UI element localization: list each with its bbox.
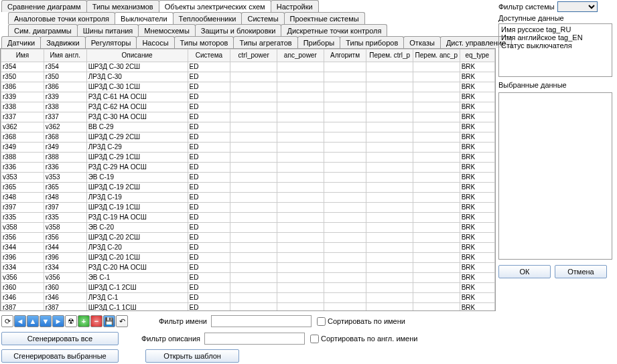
tab-шины-питания[interactable]: Шины питания	[77, 24, 139, 36]
table-row[interactable]: r349r349ЛРЗД С-29EDBRK	[1, 143, 495, 153]
col-header[interactable]: Алгоритм	[324, 50, 366, 62]
col-header[interactable]: Перем. ctrl_p	[366, 50, 413, 62]
table-row[interactable]: r365r365ШРЗД С-19 2СШEDBRK	[1, 183, 495, 193]
table-row[interactable]: r386r386ШРЗД С-30 1СШEDBRK	[1, 82, 495, 92]
up-icon[interactable]: ▲	[27, 315, 39, 327]
system-filter-select[interactable]	[557, 1, 598, 12]
down-icon[interactable]: ▼	[40, 315, 52, 327]
table-row[interactable]: r346r346ЛРЗД С-1EDBRK	[1, 293, 495, 303]
tab-типы-моторов[interactable]: Типы моторов	[174, 36, 234, 48]
radiation-icon[interactable]: ☢	[65, 315, 77, 327]
selected-data-list[interactable]	[498, 92, 612, 260]
col-header[interactable]: Система	[188, 50, 230, 62]
table-row[interactable]: r387r387ШРЗД С-1 1СШEDBRK	[1, 303, 495, 312]
tab-мнемосхемы[interactable]: Мнемосхемы	[138, 24, 196, 36]
col-header[interactable]: Имя англ.	[44, 50, 86, 62]
table-row[interactable]: r335r335РЗД С-19 НА ОСШEDBRK	[1, 213, 495, 223]
filter-desc-label: Фильтр описания	[119, 335, 200, 343]
tab-сравнение-диаграмм[interactable]: Сравнение диаграмм	[1, 0, 87, 12]
selected-data-label: Выбранные данные	[498, 81, 613, 89]
filter-name-input[interactable]	[211, 315, 312, 327]
undo-icon[interactable]: ↶	[116, 315, 128, 327]
filter-desc-input[interactable]	[204, 333, 305, 345]
sort-name-checkbox[interactable]	[317, 317, 326, 326]
sort-en-checkbox[interactable]	[310, 335, 319, 343]
table-row[interactable]: r356r356ШРЗД С-20 2СШEDBRK	[1, 233, 495, 243]
refresh-icon[interactable]: ⟳	[1, 315, 13, 327]
tab-насосы[interactable]: Насосы	[136, 36, 174, 48]
table-row[interactable]: r354r354ШРЗД С-30 2СШEDBRK	[1, 62, 495, 72]
table-row[interactable]: r339r339РЗД С-61 НА ОСШEDBRK	[1, 92, 495, 102]
system-filter-label: Фильтр системы	[498, 3, 555, 11]
ok-button[interactable]: ОК	[498, 265, 551, 278]
tab-отказы[interactable]: Отказы	[403, 36, 441, 48]
tab-выключатели[interactable]: Выключатели	[115, 12, 173, 24]
list-item[interactable]: Статус выключателя	[501, 41, 610, 50]
table-row[interactable]: r334r334РЗД С-20 НА ОСШEDBRK	[1, 263, 495, 273]
generate-selected-button[interactable]: Сгенерировать выбранные	[1, 349, 119, 363]
tab-настройки[interactable]: Настройки	[271, 0, 319, 12]
available-data-label: Доступные данные	[498, 14, 613, 22]
tab-приборы[interactable]: Приборы	[297, 36, 341, 48]
generate-all-button[interactable]: Сгенерировать все	[1, 332, 119, 345]
tab-системы[interactable]: Системы	[241, 12, 284, 24]
table-row[interactable]: v358v358ЭВ С-20EDBRK	[1, 223, 495, 233]
filter-name-label: Фильтр имени	[133, 317, 207, 325]
tab-объекты-электрических-схем[interactable]: Объекты электрических схем	[159, 0, 271, 12]
table-row[interactable]: r388r388ШРЗД С-29 1СШEDBRK	[1, 153, 495, 163]
list-item[interactable]: Имя русское tag_RU	[501, 25, 610, 33]
add-icon[interactable]: +	[78, 315, 90, 327]
tab-типы-приборов[interactable]: Типы приборов	[340, 36, 404, 48]
tab-проектные-системы[interactable]: Проектные системы	[284, 12, 365, 24]
right-icon[interactable]: ►	[52, 315, 64, 327]
table-row[interactable]: r396r396ШРЗД С-20 1СШEDBRK	[1, 253, 495, 263]
cancel-button[interactable]: Отмена	[555, 265, 607, 278]
tab-датчики[interactable]: Датчики	[1, 36, 41, 48]
table-row[interactable]: v353v353ЭВ С-19EDBRK	[1, 173, 495, 183]
tab-сим.-диаграммы[interactable]: Сим. диаграммы	[8, 24, 78, 36]
col-header[interactable]: eq_type	[460, 50, 494, 62]
col-header[interactable]: Перем. anc_p	[413, 50, 460, 62]
tab-задвижки[interactable]: Задвижки	[40, 36, 85, 48]
tab-дискретные-точки-контроля[interactable]: Дискретные точки контроля	[281, 24, 387, 36]
col-header[interactable]: ctrl_power	[230, 50, 277, 62]
table-row[interactable]: r360r360ШРЗД С-1 2СШEDBRK	[1, 283, 495, 293]
table-row[interactable]: v356v356ЭВ С-1EDBRK	[1, 273, 495, 283]
col-header[interactable]: Имя	[1, 50, 44, 62]
tab-аналоговые-точки-контроля[interactable]: Аналоговые точки контроля	[8, 12, 115, 24]
table-row[interactable]: r338r338РЗД С-62 НА ОСШEDBRK	[1, 102, 495, 112]
data-table: ИмяИмя англ.ОписаниеСистемаctrl_poweranc…	[1, 49, 495, 311]
list-item[interactable]: Имя английское tag_EN	[501, 33, 610, 41]
left-icon[interactable]: ◄	[14, 315, 26, 327]
save-icon[interactable]: 💾	[103, 315, 115, 327]
table-row[interactable]: r348r348ЛРЗД С-19EDBRK	[1, 193, 495, 203]
table-row[interactable]: r344r344ЛРЗД С-20EDBRK	[1, 243, 495, 253]
col-header[interactable]: Описание	[86, 50, 188, 62]
open-template-button[interactable]: Открыть шаблон	[145, 349, 239, 363]
available-data-list[interactable]: Имя русское tag_RUИмя английское tag_ENС…	[498, 23, 612, 77]
tab-защиты-и-блокировки[interactable]: Защиты и блокировки	[195, 24, 282, 36]
table-row[interactable]: r337r337РЗД С-30 НА ОСШEDBRK	[1, 112, 495, 122]
table-row[interactable]: r368r368ШРЗД С-29 2СШEDBRK	[1, 132, 495, 143]
table-row[interactable]: r336r336РЗД С-29 НА ОСШEDBRK	[1, 163, 495, 173]
tab-теплообменники[interactable]: Теплообменники	[173, 12, 243, 24]
sort-name-label: Сортировать по имени	[328, 317, 405, 325]
toolbar: ⟳ ◄ ▲ ▼ ► ☢ + − 💾 ↶	[1, 315, 128, 327]
table-row[interactable]: r397r397ШРЗД С-19 1СШEDBRK	[1, 203, 495, 213]
table-row[interactable]: r350r350ЛРЗД С-30EDBRK	[1, 72, 495, 82]
table-row[interactable]: v362v362ВВ С-29EDBRK	[1, 122, 495, 132]
col-header[interactable]: anc_power	[277, 50, 324, 62]
remove-icon[interactable]: −	[90, 315, 102, 327]
tab-типы-агрегатов[interactable]: Типы агрегатов	[233, 36, 297, 48]
tab-регуляторы[interactable]: Регуляторы	[85, 36, 137, 48]
sort-en-label: Сортировать по англ. имени	[321, 335, 417, 343]
tab-типы-механизмов[interactable]: Типы механизмов	[86, 0, 159, 12]
